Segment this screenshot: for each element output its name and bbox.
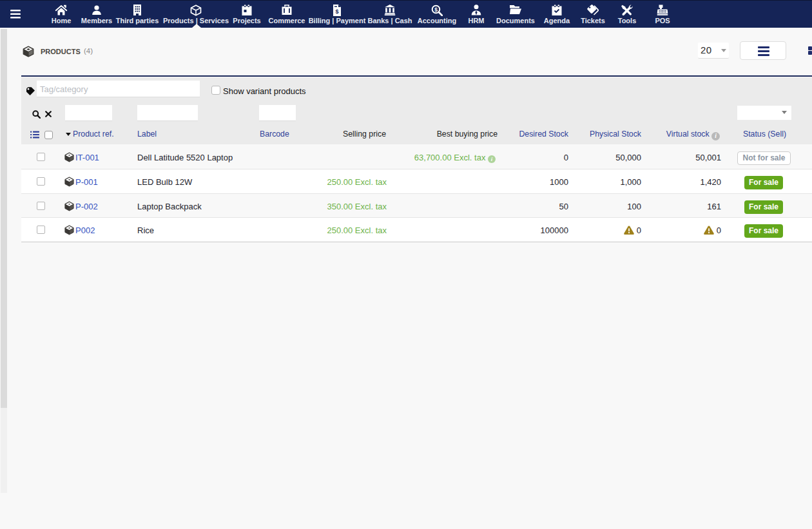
svg-text:$: $: [335, 8, 338, 15]
svg-text:$: $: [434, 6, 438, 13]
